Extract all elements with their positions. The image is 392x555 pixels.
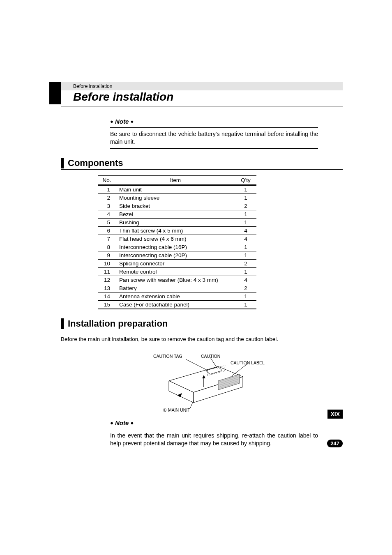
- cell-item: Bezel: [116, 210, 235, 218]
- cell-qty: 1: [235, 210, 256, 218]
- cell-qty: 4: [235, 226, 256, 235]
- cell-item: Bushing: [116, 218, 235, 226]
- breadcrumb: Before installation: [61, 82, 343, 90]
- table-row: 8Interconnecting cable (16P)1: [98, 243, 256, 251]
- cell-no: 1: [98, 185, 116, 193]
- svg-line-12: [186, 359, 208, 371]
- note-heading: ● Note ●: [110, 118, 318, 125]
- section-heading-prep: Installation preparation: [61, 318, 343, 330]
- prep-intro-text: Before the main unit installation, be su…: [61, 336, 343, 342]
- cell-item: Antenna extension cable: [116, 292, 235, 300]
- chapter-badge: XIX: [327, 410, 343, 419]
- cell-qty: 2: [235, 202, 256, 210]
- table-row: 4Bezel1: [98, 210, 256, 218]
- circled-one-icon: ①: [163, 408, 167, 412]
- table-row: 13Battery2: [98, 284, 256, 292]
- col-header-item: Item: [116, 175, 235, 185]
- cell-no: 8: [98, 243, 116, 251]
- cell-qty: 1: [235, 185, 256, 193]
- cell-qty: 1: [235, 218, 256, 226]
- cell-qty: 1: [235, 243, 256, 251]
- note-label: Note: [115, 419, 129, 426]
- cell-item: Interconnecting cable (20P): [116, 251, 235, 259]
- cell-no: 9: [98, 251, 116, 259]
- cell-no: 13: [98, 284, 116, 292]
- cell-no: 14: [98, 292, 116, 300]
- cell-item: Side bracket: [116, 202, 235, 210]
- cell-item: Remote control: [116, 267, 235, 276]
- cell-item: Battery: [116, 284, 235, 292]
- diagram-label-caution: CAUTION: [201, 354, 220, 359]
- cell-no: 11: [98, 267, 116, 276]
- table-row: 11Remote control1: [98, 267, 256, 276]
- table-row: 3Side bracket2: [98, 202, 256, 210]
- cell-item: Case (For detachable panel): [116, 300, 235, 309]
- cell-qty: 1: [235, 300, 256, 309]
- cell-item: Main unit: [116, 185, 235, 193]
- cell-no: 5: [98, 218, 116, 226]
- section-tab: [49, 82, 61, 104]
- cell-item: Mounting sleeve: [116, 193, 235, 202]
- cell-no: 10: [98, 259, 116, 267]
- note-label: Note: [115, 118, 129, 125]
- cell-qty: 1: [235, 193, 256, 202]
- cell-qty: 4: [235, 235, 256, 243]
- cell-no: 7: [98, 235, 116, 243]
- table-row: 10Splicing connector2: [98, 259, 256, 267]
- note-body: Be sure to disconnect the vehicle batter…: [110, 127, 318, 149]
- table-row: 1Main unit1: [98, 185, 256, 193]
- cell-no: 6: [98, 226, 116, 235]
- cell-qty: 1: [235, 267, 256, 276]
- cell-item: Flat head screw (4 x 6 mm): [116, 235, 235, 243]
- table-row: 9Interconnecting cable (20P)1: [98, 251, 256, 259]
- cell-item: Pan screw with washer (Blue: 4 x 3 mm): [116, 276, 235, 284]
- cell-no: 3: [98, 202, 116, 210]
- cell-no: 2: [98, 193, 116, 202]
- cell-no: 4: [98, 210, 116, 218]
- cell-qty: 4: [235, 276, 256, 284]
- cell-item: Splicing connector: [116, 259, 235, 267]
- note-body: In the event that the main unit requires…: [110, 429, 318, 450]
- page-number: 247: [327, 440, 343, 447]
- cell-item: Interconnecting cable (16P): [116, 243, 235, 251]
- note-heading: ● Note ●: [110, 419, 318, 426]
- cell-qty: 1: [235, 251, 256, 259]
- table-row: 14Antenna extension cable1: [98, 292, 256, 300]
- cell-no: 12: [98, 276, 116, 284]
- diagram-label-caution-tag: CAUTION TAG: [153, 354, 182, 359]
- cell-qty: 2: [235, 259, 256, 267]
- table-row: 15Case (For detachable panel)1: [98, 300, 256, 309]
- table-row: 7Flat head screw (4 x 6 mm)4: [98, 235, 256, 243]
- table-row: 5Bushing1: [98, 218, 256, 226]
- main-unit-diagram: CAUTION TAG CAUTION CAUTION LABEL ① MAIN…: [136, 348, 267, 415]
- svg-line-13: [210, 357, 217, 368]
- section-title: Installation preparation: [68, 318, 168, 329]
- cell-qty: 1: [235, 292, 256, 300]
- cell-no: 15: [98, 300, 116, 309]
- section-heading-components: Components: [61, 158, 343, 170]
- col-header-qty: Q'ty: [235, 175, 256, 185]
- section-title: Components: [68, 158, 123, 168]
- diagram-label-main-unit: ① MAIN UNIT: [163, 408, 190, 412]
- page-title: Before installation: [61, 90, 343, 105]
- components-table: No. Item Q'ty 1Main unit12Mounting sleev…: [98, 175, 256, 309]
- table-row: 12Pan screw with washer (Blue: 4 x 3 mm)…: [98, 276, 256, 284]
- table-row: 2Mounting sleeve1: [98, 193, 256, 202]
- cell-qty: 2: [235, 284, 256, 292]
- table-row: 6Thin flat screw (4 x 5 mm)4: [98, 226, 256, 235]
- cell-item: Thin flat screw (4 x 5 mm): [116, 226, 235, 235]
- diagram-label-caution-label: CAUTION LABEL: [231, 360, 265, 365]
- col-header-no: No.: [98, 175, 116, 185]
